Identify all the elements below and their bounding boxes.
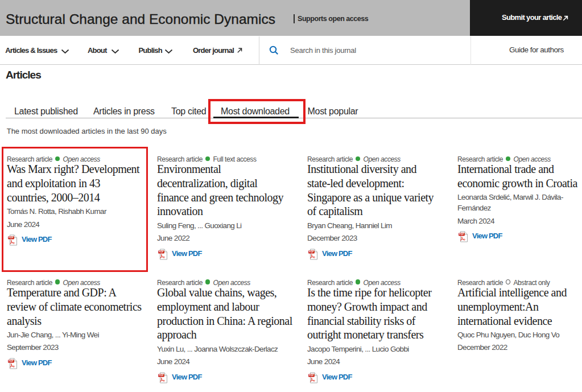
svg-text:PDF: PDF (159, 250, 164, 253)
svg-text:PDF: PDF (159, 374, 164, 377)
svg-text:PDF: PDF (9, 360, 14, 362)
svg-text:PDF: PDF (459, 233, 464, 236)
svg-text:PDF: PDF (309, 250, 314, 253)
svg-text:PDF: PDF (9, 236, 14, 239)
svg-text:PDF: PDF (309, 374, 314, 377)
